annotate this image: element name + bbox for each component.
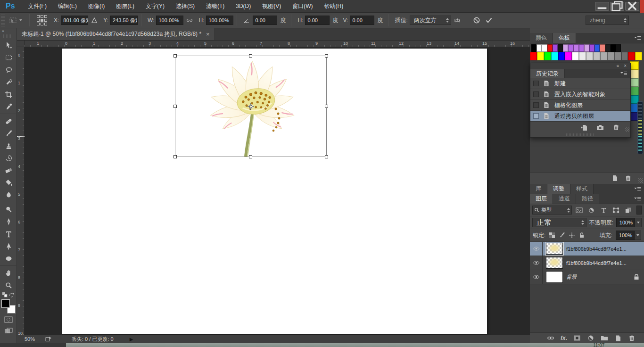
- h-skew-field[interactable]: 0.00: [305, 16, 330, 25]
- transform-handle-ne[interactable]: [325, 54, 328, 58]
- relative-position-delta-icon[interactable]: [90, 16, 99, 25]
- color-swatch[interactable]: [572, 52, 579, 60]
- hand-tool[interactable]: [0, 265, 17, 279]
- lock-all-icon[interactable]: [578, 232, 585, 239]
- menu-item-4[interactable]: 文字(Y): [140, 0, 170, 12]
- cancel-transform-icon[interactable]: [472, 16, 481, 25]
- color-swatch[interactable]: [544, 52, 551, 60]
- toolbar-collapse-icon[interactable]: »: [0, 28, 17, 34]
- x-position-field[interactable]: 801.00 像素: [61, 16, 88, 25]
- link-layers-icon[interactable]: [547, 335, 554, 341]
- color-swatch[interactable]: [630, 61, 639, 70]
- dodge-tool[interactable]: [0, 202, 17, 215]
- color-swatch[interactable]: [614, 52, 621, 60]
- color-swatch[interactable]: [530, 52, 537, 60]
- mid-group-tab[interactable]: 样式: [570, 184, 594, 194]
- layer-filter-toggle[interactable]: [636, 206, 642, 215]
- layer-thumbnail[interactable]: [546, 271, 563, 283]
- layer-name[interactable]: f1bf806b9b44cd8f7e4e1...: [566, 260, 644, 266]
- layer-row[interactable]: f1bf806b9b44cd8f7e4e1...: [530, 256, 644, 270]
- width-field[interactable]: 100.00%: [156, 16, 183, 25]
- y-position-field[interactable]: 243.50 像素: [110, 16, 138, 25]
- color-swatch[interactable]: [568, 44, 573, 52]
- layer-thumbnail[interactable]: [546, 243, 563, 255]
- mid-group-tab[interactable]: 调整: [547, 184, 570, 194]
- restore-button[interactable]: [610, 2, 624, 11]
- history-brush-tool[interactable]: [0, 152, 17, 164]
- foreground-color-swatch[interactable]: [1, 299, 10, 308]
- paint-bucket-tool[interactable]: [0, 176, 17, 189]
- lock-position-icon[interactable]: [569, 232, 575, 239]
- rotation-field[interactable]: 0.00: [253, 16, 277, 25]
- new-layer-icon[interactable]: [614, 335, 622, 341]
- history-state[interactable]: 新建: [530, 78, 630, 89]
- minimize-button[interactable]: [595, 2, 609, 11]
- lasso-tool[interactable]: [0, 64, 17, 76]
- color-swatch[interactable]: [589, 44, 594, 52]
- color-swatch[interactable]: [553, 44, 558, 52]
- opacity-dropdown-icon[interactable]: [635, 218, 642, 227]
- path-selection-tool[interactable]: [0, 240, 17, 252]
- viewport[interactable]: [25, 47, 530, 335]
- transform-handle-nw[interactable]: [173, 54, 177, 58]
- layer-row[interactable]: 背景: [530, 270, 644, 284]
- color-swatch[interactable]: [605, 44, 611, 52]
- color-swatch[interactable]: [635, 52, 642, 60]
- color-swatch[interactable]: [558, 52, 565, 60]
- add-layer-mask-icon[interactable]: [573, 335, 581, 341]
- layer-name[interactable]: 背景: [566, 273, 634, 281]
- color-swatch[interactable]: [531, 44, 537, 52]
- color-swatch[interactable]: [579, 44, 584, 52]
- delete-state-icon[interactable]: [612, 124, 620, 131]
- layer-visibility-eye-icon[interactable]: [530, 270, 543, 284]
- new-snapshot-icon[interactable]: [596, 124, 604, 131]
- color-swatch[interactable]: [630, 78, 639, 87]
- delete-layer-icon[interactable]: [628, 335, 636, 341]
- ellipse-tool[interactable]: [0, 252, 17, 264]
- filter-image-layers-icon[interactable]: [574, 206, 584, 215]
- lock-image-pixels-icon[interactable]: [559, 232, 565, 239]
- transform-handle-e[interactable]: [325, 105, 328, 108]
- swap-colors-icon[interactable]: [8, 292, 14, 297]
- move-tool[interactable]: [0, 39, 17, 51]
- canvas[interactable]: [62, 49, 487, 334]
- crop-tool[interactable]: [0, 88, 17, 100]
- color-swatch[interactable]: [600, 44, 605, 52]
- pen-tool[interactable]: [0, 215, 17, 228]
- transform-reference-point[interactable]: [248, 103, 254, 110]
- brush-tool[interactable]: [0, 127, 17, 140]
- tab-history[interactable]: 历史记录: [530, 69, 565, 78]
- clone-stamp-tool[interactable]: [0, 140, 17, 152]
- color-swatch[interactable]: [551, 52, 558, 60]
- color-swatch[interactable]: [565, 52, 572, 60]
- transform-handle-s[interactable]: [249, 155, 252, 158]
- layer-group-tab[interactable]: 图层: [530, 194, 553, 204]
- rectangular-marquee-tool[interactable]: [0, 51, 17, 64]
- free-transform-box[interactable]: [175, 56, 327, 157]
- quick-mask-icon[interactable]: [4, 316, 13, 323]
- history-state[interactable]: 栅格化图层: [530, 100, 630, 111]
- foreground-background-colors[interactable]: [1, 299, 16, 314]
- filter-type-layers-icon[interactable]: [599, 206, 609, 215]
- filter-adjustment-layers-icon[interactable]: [586, 206, 596, 215]
- filter-shape-layers-icon[interactable]: [611, 206, 621, 215]
- color-swatch[interactable]: [537, 52, 544, 60]
- new-swatch-icon[interactable]: [611, 175, 618, 182]
- type-tool[interactable]: [0, 228, 17, 240]
- new-adjustment-layer-icon[interactable]: [587, 335, 594, 341]
- menu-item-2[interactable]: 图像(I): [83, 0, 110, 12]
- color-swatch[interactable]: [630, 70, 639, 78]
- v-skew-field[interactable]: 0.00: [350, 16, 374, 25]
- filter-kind-select[interactable]: 类型: [532, 206, 572, 215]
- filter-smart-objects-icon[interactable]: [623, 206, 633, 215]
- history-source-checkbox[interactable]: [533, 91, 539, 97]
- blend-mode-select[interactable]: 正常: [532, 218, 586, 227]
- color-swatch[interactable]: [616, 44, 621, 52]
- status-menu-arrow-icon[interactable]: ▶: [130, 337, 133, 342]
- color-swatch[interactable]: [547, 44, 553, 52]
- color-swatch[interactable]: [558, 44, 563, 52]
- layer-name[interactable]: f1bf806b9b44cd8f7e4e1...: [566, 246, 644, 252]
- tool-preset-icon[interactable]: [8, 16, 22, 25]
- commit-transform-icon[interactable]: [485, 16, 493, 25]
- mid-group-tab[interactable]: 库: [530, 184, 547, 194]
